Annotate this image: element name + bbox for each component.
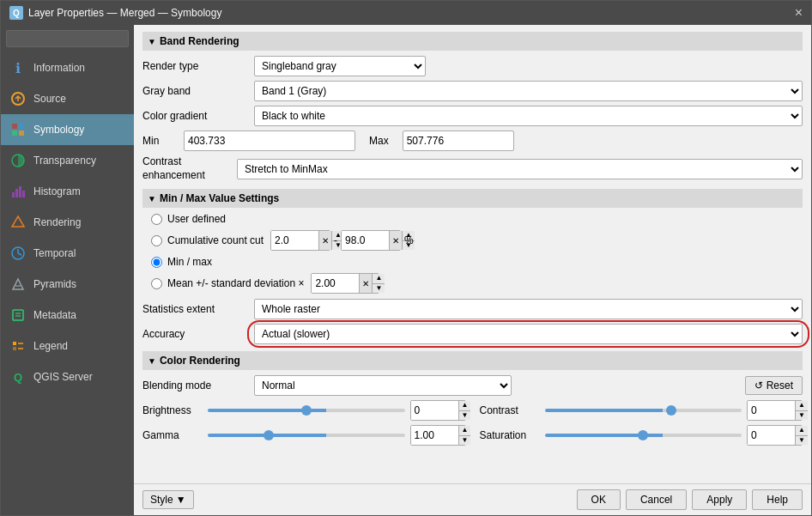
contrast-up[interactable]: ▲ [796,401,808,411]
sidebar-label-metadata: Metadata [33,309,76,321]
titlebar: Q Layer Properties — Merged — Symbology … [1,1,811,25]
color-gradient-row: Color gradient Black to white [142,106,803,126]
contrast-slider[interactable] [545,409,742,412]
gamma-down[interactable]: ▼ [459,436,471,446]
cumulative-max-input[interactable] [342,231,389,250]
mean-radio[interactable] [151,278,162,289]
gamma-slider[interactable] [208,434,405,437]
min-input[interactable] [184,131,355,151]
style-label: Style [150,494,173,506]
render-type-control: Singleband gray [254,56,803,76]
contrast-enhancement-label: Contrastenhancement [142,155,237,182]
color-rendering-header[interactable]: ▼ Color Rendering [142,351,803,370]
sidebar-item-histogram[interactable]: Histogram [1,176,134,207]
main-window: Q Layer Properties — Merged — Symbology … [0,0,812,516]
svg-rect-3 [19,124,24,129]
saturation-group: Saturation ▲ ▼ [480,425,803,446]
transparency-icon [9,152,27,169]
close-button[interactable]: × [795,5,803,21]
contrast-enhancement-select[interactable]: Stretch to MinMax [237,159,803,179]
sidebar-item-legend[interactable]: Legend [1,331,134,361]
cumulative-max-spinbox: ✕ ▲ ▼ [341,230,401,251]
gray-band-label: Gray band [142,85,254,97]
sidebar-item-rendering[interactable]: Rendering [1,207,134,238]
apply-button[interactable]: Apply [692,489,747,510]
sidebar-item-metadata[interactable]: Metadata [1,300,134,331]
svg-rect-5 [19,131,24,136]
sidebar-item-qgis-server[interactable]: Q QGIS Server [1,361,134,392]
mean-input[interactable] [312,274,359,293]
sidebar-item-symbology[interactable]: Symbology [1,114,134,145]
brightness-slider[interactable] [208,409,405,412]
mean-up[interactable]: ▲ [373,274,385,284]
cumulative-min-spinbox: ✕ ▲ ▼ [270,230,330,251]
sidebar-label-information: Information [33,62,85,74]
svg-rect-17 [13,310,23,320]
gamma-group: Gamma ▲ ▼ [142,425,466,446]
cumulative-max-clear[interactable]: ✕ [389,231,402,250]
min-label: Min [142,135,177,147]
svg-rect-8 [15,189,18,197]
reset-button[interactable]: ↺ Reset [745,376,803,395]
right-panel: ▼ Band Rendering Render type Singleband … [134,25,811,515]
sidebar-search-input[interactable] [6,30,129,47]
help-button[interactable]: Help [752,489,803,510]
minmax-radio-row: Min / max [151,256,803,268]
stats-extent-select[interactable]: Whole raster [254,299,803,319]
bottom-right-buttons: OK Cancel Apply Help [577,489,803,510]
contrast-down[interactable]: ▼ [796,411,808,421]
color-gradient-select[interactable]: Black to white [254,106,803,126]
user-defined-radio[interactable] [151,214,162,225]
cumulative-min-clear[interactable]: ✕ [318,231,331,250]
symbology-icon [9,121,27,138]
ok-button[interactable]: OK [577,489,621,510]
bottom-bar: Style ▼ OK Cancel Apply Help [134,483,811,515]
gamma-input[interactable] [411,426,458,445]
render-type-row: Render type Singleband gray [142,56,803,76]
saturation-down[interactable]: ▼ [796,436,808,446]
mean-clear[interactable]: ✕ [359,274,372,293]
mean-arrows: ▲ ▼ [372,274,385,293]
gamma-label: Gamma [142,429,203,441]
cancel-button[interactable]: Cancel [626,489,687,510]
contrast-group: Contrast ▲ ▼ [480,400,803,421]
contrast-input[interactable] [748,401,795,420]
render-type-select[interactable]: Singleband gray [254,56,426,76]
sidebar-label-histogram: Histogram [33,185,81,197]
gamma-saturation-row: Gamma ▲ ▼ Saturation [142,425,803,446]
blending-row: Blending mode Normal ↺ Reset [142,375,803,396]
minmax-radio[interactable] [151,257,162,268]
accuracy-row: Accuracy Actual (slower) [142,324,803,344]
gray-band-select[interactable]: Band 1 (Gray) [254,81,803,101]
accuracy-select[interactable]: Actual (slower) [254,324,803,344]
saturation-input[interactable] [748,426,795,445]
style-button[interactable]: Style ▼ [142,490,194,509]
saturation-up[interactable]: ▲ [796,426,808,436]
brightness-up[interactable]: ▲ [459,401,471,411]
saturation-spinbox: ▲ ▼ [747,425,803,446]
color-gradient-label: Color gradient [142,110,254,122]
mean-spinbox: ✕ ▲ ▼ [311,273,379,294]
mean-down[interactable]: ▼ [373,284,385,294]
sidebar-item-information[interactable]: ℹ Information [1,52,134,83]
cumulative-min-input[interactable] [271,231,318,250]
metadata-icon [9,307,27,324]
minmax-settings-header[interactable]: ▼ Min / Max Value Settings [142,189,803,208]
sidebar-item-source[interactable]: Source [1,83,134,114]
svg-rect-7 [12,192,15,197]
cumulative-radio[interactable] [151,235,162,246]
max-input[interactable] [403,131,514,151]
saturation-slider[interactable] [545,434,742,437]
svg-marker-15 [13,279,23,289]
sidebar-item-temporal[interactable]: Temporal [1,238,134,269]
window-title: Layer Properties — Merged — Symbology [28,7,221,19]
sidebar-item-pyramids[interactable]: Pyramids [1,269,134,300]
brightness-input[interactable] [411,401,458,420]
color-rendering-title: Color Rendering [160,355,240,367]
gamma-up[interactable]: ▲ [459,426,471,436]
sidebar-item-transparency[interactable]: Transparency [1,145,134,176]
band-rendering-header[interactable]: ▼ Band Rendering [142,32,803,51]
stats-extent-row: Statistics extent Whole raster [142,299,803,319]
brightness-down[interactable]: ▼ [459,411,471,421]
blending-select[interactable]: Normal [254,375,512,396]
